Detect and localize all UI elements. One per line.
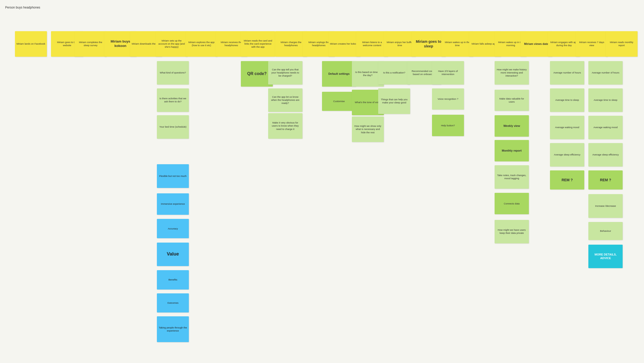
sticky-note-q3: Your bed time (schedule) — [157, 115, 189, 139]
sticky-note-fl4: Value — [157, 243, 189, 266]
sticky-note-av3: Average waking mood — [550, 116, 584, 139]
sticky-note-av1: Average number of hours — [550, 61, 584, 85]
sticky-note-n19: Miriam views data — [520, 31, 552, 57]
sticky-note-md5: Take notes, track changes, mood tagging — [495, 165, 529, 189]
sticky-note-q2: Is there activities that we ask them to … — [157, 88, 189, 112]
sticky-note-qr3: Can the app let us know when the headpho… — [268, 88, 302, 112]
sticky-note-av10: REM ? — [588, 170, 622, 190]
sticky-note-av7: Average time to sleep — [588, 88, 622, 112]
sticky-note-av11: Increase /decrease — [588, 194, 622, 218]
sticky-note-md2: Make data valuable for users — [495, 90, 529, 111]
sticky-note-fl7: Taking people through the experience — [157, 316, 189, 342]
sticky-note-n3: Miriam completes the sleep survey — [74, 31, 106, 57]
sticky-note-hv2: Voice recognition ? — [432, 88, 464, 110]
sticky-note-n6: Miriam sets up the account on the app (a… — [156, 31, 188, 57]
sticky-note-av5: REM ? — [550, 170, 584, 190]
sticky-note-ds1: Default settings — [322, 61, 356, 87]
board: Person buys headphones Miriam lands on F… — [0, 0, 644, 363]
sticky-note-n7: Miriam explores the app (how to use it e… — [185, 31, 217, 57]
sticky-note-av2: Average time to sleep — [550, 88, 584, 112]
sticky-note-qr2: Can the app tell you that your headphone… — [268, 61, 302, 85]
sticky-note-qr4: Make it very obvious for users to know w… — [268, 113, 302, 139]
sticky-note-th2: Things that can help you make your sleep… — [378, 88, 410, 114]
sticky-note-n14: Miriam enjoys her buffer time — [384, 31, 416, 57]
sticky-note-n9: Miriam reads the card and links the card… — [241, 31, 275, 57]
sticky-note-md7: How might we have users keep their data … — [495, 220, 529, 243]
sticky-note-n13: Miriam listens to a welcome content — [356, 31, 388, 57]
sticky-note-q1: What kind of questions? — [157, 61, 189, 85]
sticky-note-fl1: Flexible but not too much — [157, 164, 189, 188]
sticky-note-n10: Miriam charges the headphones — [275, 31, 307, 57]
sticky-note-fl6: Outcomes — [157, 293, 189, 313]
sticky-note-md6: Connects data — [495, 193, 529, 214]
sticky-note-av9: Average sleep efficiency — [588, 143, 622, 167]
sticky-note-md4: Monthly report — [495, 140, 529, 161]
sticky-note-md1: How might we make history more interesti… — [495, 61, 529, 85]
sticky-note-fl5: Benefits — [157, 270, 189, 290]
sticky-note-wt3: How might we show only what is necessary… — [352, 117, 384, 142]
sticky-note-n16: Miriam wakes up in the time — [441, 31, 473, 57]
sticky-note-fl3: Accuracy — [157, 219, 189, 238]
sticky-note-av6: Average number of hours — [588, 61, 622, 85]
sticky-note-n21: Miriam receives 7 days view — [576, 31, 608, 57]
sticky-note-av12: Behaviour — [588, 222, 622, 240]
sticky-note-md3: Weekly view — [495, 115, 529, 137]
sticky-note-n20: Miriam engages with app during the day — [548, 31, 580, 57]
sticky-note-n15: Miriam goes to sleep — [411, 31, 445, 57]
sticky-note-av13: MORE DETAILS, ADVICE — [588, 245, 622, 268]
sticky-note-th1: Is this a notification? — [378, 61, 410, 85]
sticky-note-n1: Miriam lands on Facebook — [15, 31, 47, 57]
page-title: Person buys headphones — [5, 6, 40, 9]
sticky-note-n22: Miriam reads monthly report — [606, 31, 638, 57]
sticky-note-av4: Average sleep efficiency — [550, 143, 584, 167]
sticky-note-n12: Miriam creates her kokoon — [328, 31, 360, 57]
sticky-note-av8: Average waking mood — [588, 116, 622, 139]
sticky-note-fl2: Immersive experience — [157, 193, 189, 215]
sticky-note-ds2: Customise — [322, 92, 356, 111]
sticky-note-hv1: Have 2/3 layers of intervention — [432, 61, 464, 85]
sticky-note-hv3: Help button? — [432, 115, 464, 136]
